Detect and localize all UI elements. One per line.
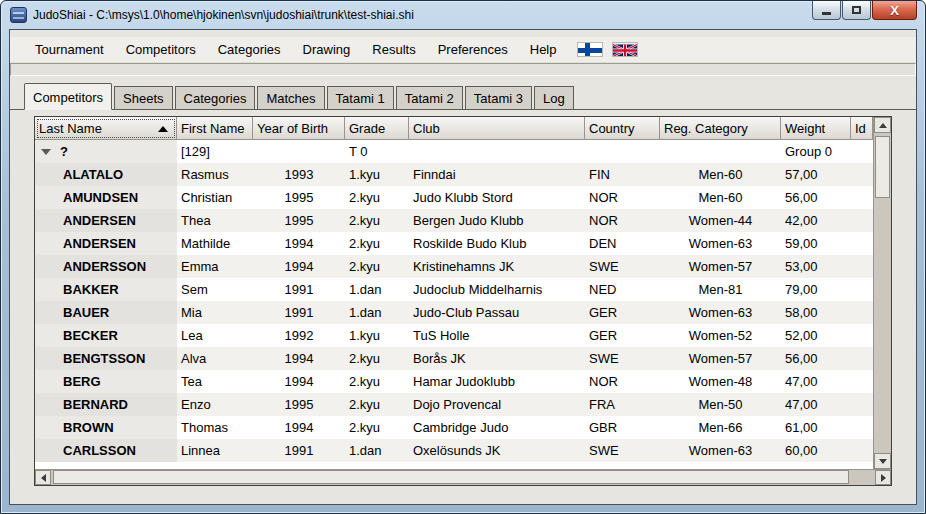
- cell-id: [851, 278, 873, 301]
- cell-weight: 56,00: [781, 347, 851, 370]
- tab-log[interactable]: Log: [534, 86, 574, 109]
- cell-country: GER: [585, 301, 660, 324]
- cell-year: 1994: [253, 347, 345, 370]
- cell-year: 1991: [253, 278, 345, 301]
- minimize-button[interactable]: [812, 1, 841, 20]
- horizontal-scrollbar[interactable]: [35, 469, 891, 485]
- tab-categories[interactable]: Categories: [175, 86, 256, 109]
- close-button[interactable]: X: [872, 1, 917, 20]
- column-header-year-of-birth[interactable]: Year of Birth: [253, 117, 345, 140]
- cell-club: Judoclub Middelharnis: [409, 278, 585, 301]
- cell-year: 1994: [253, 370, 345, 393]
- cell-weight: 42,00: [781, 209, 851, 232]
- tab-sheets[interactable]: Sheets: [114, 86, 172, 109]
- cell-grade: 1.kyu: [345, 324, 409, 347]
- table-row[interactable]: ALATALORasmus19931.kyuFinndaiFINMen-6057…: [35, 163, 873, 186]
- menu-help[interactable]: Help: [519, 38, 568, 61]
- vertical-scroll-track[interactable]: [874, 133, 891, 453]
- table-row[interactable]: BERNARDEnzo19952.kyuDojo ProvencalFRAMen…: [35, 393, 873, 416]
- caption-buttons: X: [811, 1, 917, 20]
- vertical-scroll-thumb[interactable]: [875, 136, 890, 198]
- cell-country: NOR: [585, 370, 660, 393]
- status-strip: [10, 63, 916, 76]
- vertical-scrollbar[interactable]: [873, 117, 891, 469]
- column-header-reg-category[interactable]: Reg. Category: [660, 117, 781, 140]
- column-header-club[interactable]: Club: [409, 117, 585, 140]
- cell-first: Alva: [177, 347, 253, 370]
- horizontal-scroll-thumb[interactable]: [53, 470, 849, 484]
- cell-id: [851, 209, 873, 232]
- cell-year: 1991: [253, 301, 345, 324]
- cell-id: [851, 439, 873, 462]
- tab-tatami-1[interactable]: Tatami 1: [327, 86, 394, 109]
- column-header-weight[interactable]: Weight: [781, 117, 851, 140]
- table-row[interactable]: ANDERSENMathilde19942.kyuRoskilde Budo K…: [35, 232, 873, 255]
- cell-country: NOR: [585, 209, 660, 232]
- menu-results[interactable]: Results: [361, 38, 426, 61]
- cell-first: Linnea: [177, 439, 253, 462]
- cell-id: [851, 324, 873, 347]
- cell-weight: 61,00: [781, 416, 851, 439]
- cell-year: 1995: [253, 186, 345, 209]
- maximize-button[interactable]: [842, 1, 871, 20]
- tab-bar: CompetitorsSheetsCategoriesMatchesTatami…: [10, 82, 916, 110]
- group-cell-first: [129]: [177, 140, 253, 163]
- column-header-first-name[interactable]: First Name: [177, 117, 253, 140]
- scroll-left-button[interactable]: [35, 470, 51, 485]
- cell-id: [851, 416, 873, 439]
- menu-competitors[interactable]: Competitors: [115, 38, 207, 61]
- horizontal-scroll-track[interactable]: [51, 470, 875, 485]
- cell-country: SWE: [585, 255, 660, 278]
- cell-last: AMUNDSEN: [35, 186, 177, 209]
- menu-drawing[interactable]: Drawing: [292, 38, 362, 61]
- tab-matches[interactable]: Matches: [257, 86, 324, 109]
- cell-id: [851, 301, 873, 324]
- scroll-right-button[interactable]: [875, 470, 891, 485]
- table-row[interactable]: BAUERMia19911.danJudo-Club PassauGERWome…: [35, 301, 873, 324]
- tab-tatami-3[interactable]: Tatami 3: [465, 86, 532, 109]
- scroll-down-button[interactable]: [874, 453, 891, 469]
- group-cell-grade: T 0: [345, 140, 409, 163]
- title-bar[interactable]: JudoShiai - C:\msys\1.0\home\hjokinen\sv…: [1, 1, 925, 29]
- table-row[interactable]: BROWNThomas19942.kyuCambridge JudoGBRMen…: [35, 416, 873, 439]
- column-header-id[interactable]: Id: [851, 117, 873, 140]
- column-header-country[interactable]: Country: [585, 117, 660, 140]
- cell-grade: 1.dan: [345, 301, 409, 324]
- cell-first: Christian: [177, 186, 253, 209]
- table-row[interactable]: ANDERSENThea19952.kyuBergen Judo KlubbNO…: [35, 209, 873, 232]
- cell-weight: 59,00: [781, 232, 851, 255]
- table-row[interactable]: ANDERSSONEmma19942.kyuKristinehamns JKSW…: [35, 255, 873, 278]
- table-row[interactable]: BERGTea19942.kyuHamar JudoklubbNORWomen-…: [35, 370, 873, 393]
- cell-country: SWE: [585, 347, 660, 370]
- finnish-flag-icon[interactable]: [577, 42, 603, 57]
- cell-category: Women-44: [660, 209, 781, 232]
- arrow-down-icon: [879, 459, 887, 464]
- table-row[interactable]: CARLSSONLinnea19911.danOxelösunds JKSWEW…: [35, 439, 873, 462]
- arrow-right-icon: [881, 474, 886, 482]
- column-header-grade[interactable]: Grade: [345, 117, 409, 140]
- cell-grade: 2.kyu: [345, 347, 409, 370]
- menu-categories[interactable]: Categories: [207, 38, 292, 61]
- group-row[interactable]: ?[129]T 0Group 0: [35, 140, 873, 163]
- cell-club: Finndai: [409, 163, 585, 186]
- cell-weight: 52,00: [781, 324, 851, 347]
- expander-icon[interactable]: [41, 149, 51, 155]
- cell-club: Oxelösunds JK: [409, 439, 585, 462]
- group-cell-year: [253, 140, 345, 163]
- tab-tatami-2[interactable]: Tatami 2: [396, 86, 463, 109]
- cell-first: Rasmus: [177, 163, 253, 186]
- table-row[interactable]: BAKKERSem19911.danJudoclub MiddelharnisN…: [35, 278, 873, 301]
- menu-preferences[interactable]: Preferences: [427, 38, 519, 61]
- scroll-up-button[interactable]: [874, 117, 891, 133]
- cell-category: Women-63: [660, 301, 781, 324]
- minimize-icon: [822, 12, 831, 15]
- menu-tournament[interactable]: Tournament: [24, 38, 115, 61]
- table-row[interactable]: BECKERLea19921.kyuTuS HolleGERWomen-5252…: [35, 324, 873, 347]
- column-header-last-name[interactable]: Last Name: [35, 117, 177, 140]
- tab-competitors[interactable]: Competitors: [24, 83, 112, 110]
- cell-category: Men-60: [660, 186, 781, 209]
- cell-category: Men-50: [660, 393, 781, 416]
- british-flag-icon[interactable]: [612, 42, 638, 57]
- table-row[interactable]: BENGTSSONAlva19942.kyuBorås JKSWEWomen-5…: [35, 347, 873, 370]
- table-row[interactable]: AMUNDSENChristian19952.kyuJudo Klubb Sto…: [35, 186, 873, 209]
